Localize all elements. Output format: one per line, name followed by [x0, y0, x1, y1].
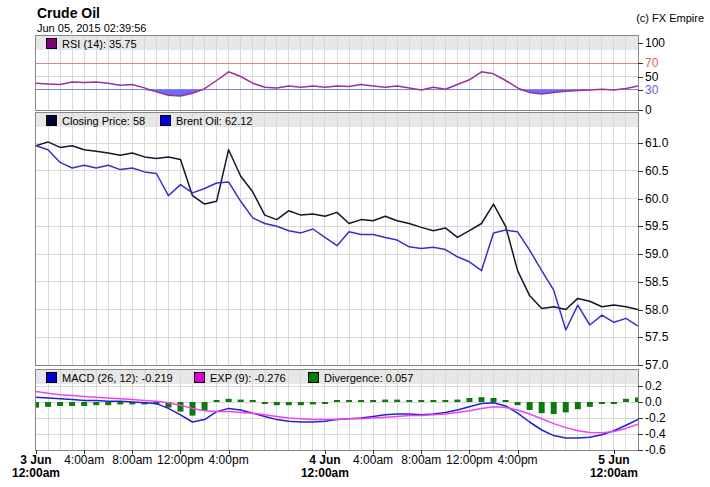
x-axis-label: 8:00am: [401, 454, 441, 467]
y-axis-label: 100: [645, 37, 689, 50]
y-axis-tick: [638, 90, 643, 91]
y-axis-tick: [638, 337, 643, 338]
y-axis-label: 70: [645, 57, 689, 70]
rsi-legend: RSI (14): 35.75: [46, 37, 137, 50]
y-axis-label: 61.0: [645, 137, 689, 150]
y-axis-tick: [638, 110, 643, 111]
y-axis-label: -0.6: [645, 444, 689, 457]
rsi-legend-label: RSI (14): 35.75: [62, 38, 137, 50]
macd-legend: MACD (26, 12): -0.219: [46, 371, 173, 384]
close-price-legend-label: Closing Price: 58: [62, 115, 145, 127]
y-axis-label: 50: [645, 71, 689, 84]
macd-legend-swatch: [46, 372, 57, 383]
rsi-panel[interactable]: RSI (14): 35.75: [35, 35, 639, 111]
y-axis-tick: [638, 402, 643, 403]
y-axis-label: -0.4: [645, 428, 689, 441]
y-axis-tick: [638, 418, 643, 419]
y-axis-tick: [638, 143, 643, 144]
x-axis-label: 4:00am: [353, 454, 393, 467]
chart-canvas: Crude Oil Jun 05, 2015 02:39:56 (c) FX E…: [0, 0, 710, 487]
close-price-legend-swatch: [46, 115, 57, 126]
x-axis-label: 12:00pm: [446, 454, 493, 467]
divergence-legend-swatch: [308, 372, 319, 383]
y-axis-tick: [638, 77, 643, 78]
y-axis-label: 0: [645, 104, 689, 117]
y-axis-tick: [638, 171, 643, 172]
y-axis-tick: [638, 386, 643, 387]
y-axis-tick: [638, 254, 643, 255]
brent-oil-legend-label: Brent Oil: 62.12: [176, 115, 252, 127]
x-axis-label: 4:00pm: [209, 454, 249, 467]
y-axis-label: 59.5: [645, 220, 689, 233]
y-axis-tick: [638, 63, 643, 64]
brent-oil-legend-swatch: [160, 115, 171, 126]
y-axis-tick: [638, 434, 643, 435]
brent-oil-legend: Brent Oil: 62.12: [160, 114, 252, 127]
divergence-legend: Divergence: 0.057: [308, 371, 413, 384]
x-axis-label: 8:00am: [112, 454, 152, 467]
y-axis-tick: [638, 365, 643, 366]
y-axis-label: 58.0: [645, 304, 689, 317]
y-axis-label: 59.0: [645, 248, 689, 261]
y-axis-label: -0.2: [645, 412, 689, 425]
macd-legend-label: MACD (26, 12): -0.219: [62, 372, 173, 384]
y-axis-tick: [638, 226, 643, 227]
macd-panel[interactable]: MACD (26, 12): -0.219 EXP (9): -0.276 Di…: [35, 369, 639, 451]
page-title: Crude Oil: [37, 5, 100, 21]
y-axis-label: 58.5: [645, 276, 689, 289]
divergence-legend-label: Divergence: 0.057: [324, 372, 413, 384]
y-axis-tick: [638, 310, 643, 311]
y-axis-label: 30: [645, 84, 689, 97]
exp-legend-swatch: [194, 372, 205, 383]
y-axis-label: 60.0: [645, 193, 689, 206]
rsi-legend-swatch: [46, 38, 57, 49]
y-axis-label: 57.0: [645, 359, 689, 372]
chart-timestamp: Jun 05, 2015 02:39:56: [37, 22, 146, 34]
y-axis-tick: [638, 43, 643, 44]
x-axis-label: 5 Jun12:00am: [590, 454, 638, 480]
x-axis-label: 4 Jun12:00am: [301, 454, 349, 480]
price-plot[interactable]: [36, 113, 638, 365]
price-panel[interactable]: Closing Price: 58 Brent Oil: 62.12: [35, 112, 639, 366]
x-axis-label: 4:00pm: [498, 454, 538, 467]
y-axis-tick: [638, 282, 643, 283]
y-axis-tick: [638, 199, 643, 200]
x-axis-label: 4:00am: [64, 454, 104, 467]
exp-legend: EXP (9): -0.276: [194, 371, 286, 384]
copyright-label: (c) FX Empire: [636, 12, 704, 24]
y-axis-label: 57.5: [645, 331, 689, 344]
x-axis-label: 12:00pm: [157, 454, 204, 467]
x-axis-label: 3 Jun12:00am: [12, 454, 60, 480]
exp-legend-label: EXP (9): -0.276: [210, 372, 286, 384]
y-axis-tick: [638, 450, 643, 451]
y-axis-label: 0.2: [645, 380, 689, 393]
close-price-legend: Closing Price: 58: [46, 114, 145, 127]
y-axis-label: 0.0: [645, 396, 689, 409]
y-axis-label: 60.5: [645, 165, 689, 178]
